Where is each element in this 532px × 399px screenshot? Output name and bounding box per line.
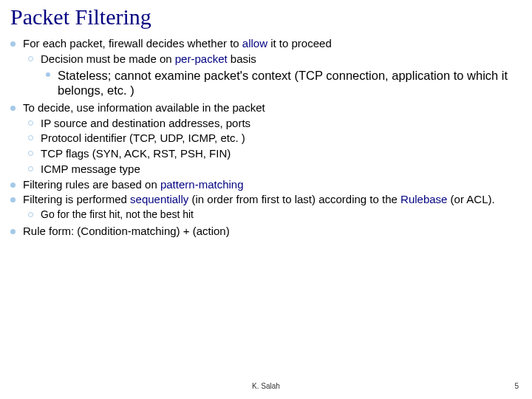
bullet-text: Go for the first hit, not the best hit (41, 208, 194, 222)
text: (or ACL). (447, 193, 494, 205)
bullet-text: To decide, use information available in … (23, 101, 265, 115)
bullet-text: IP source and destination addresses, por… (41, 117, 250, 131)
bullet-l1: Rule form: (Condition-matching) + (actio… (10, 225, 522, 239)
bullet-text: Filtering rules are based on pattern-mat… (23, 178, 244, 192)
bullet-l2: Go for the first hit, not the best hit (28, 208, 522, 222)
bullet-l2: Decision must be made on per-packet basi… (28, 52, 522, 66)
bullet-l2: TCP flags (SYN, ACK, RST, PSH, FIN) (28, 147, 522, 161)
bullet-l2: IP source and destination addresses, por… (28, 117, 522, 131)
slide: Packet Filtering For each packet, firewa… (0, 0, 532, 238)
bullet-icon (10, 183, 16, 188)
circle-icon (28, 56, 33, 61)
text: Filtering rules are based on (23, 178, 160, 191)
bullet-text: For each packet, firewall decides whethe… (23, 37, 332, 51)
bullet-text: Stateless; cannot examine packet's conte… (58, 68, 522, 98)
text: basis (228, 52, 256, 65)
bullet-icon (10, 106, 16, 111)
bullet-l2: ICMP message type (28, 163, 522, 177)
bullet-text: Decision must be made on per-packet basi… (41, 52, 256, 66)
bullet-text: Filtering is performed sequentially (in … (23, 193, 495, 207)
page-number: 5 (514, 382, 519, 390)
bullet-icon (46, 72, 50, 77)
circle-icon (28, 151, 33, 156)
bullet-text: ICMP message type (41, 163, 140, 177)
bullet-icon (10, 197, 16, 202)
text: Decision must be made on (41, 52, 175, 65)
page-title: Packet Filtering (10, 4, 522, 30)
bullet-l1: For each packet, firewall decides whethe… (10, 37, 522, 51)
bullet-text: TCP flags (SYN, ACK, RST, PSH, FIN) (41, 147, 231, 161)
circle-icon (28, 120, 33, 126)
text: it to proceed (267, 37, 332, 50)
bullet-l1: Filtering rules are based on pattern-mat… (10, 178, 522, 192)
text-accent: Rulebase (400, 193, 447, 205)
bullet-l1: Filtering is performed sequentially (in … (10, 193, 522, 207)
bullet-l1: To decide, use information available in … (10, 101, 522, 115)
text: For each packet, firewall decides whethe… (23, 37, 242, 50)
bullet-icon (10, 229, 16, 234)
circle-icon (28, 135, 33, 140)
text-accent: per-packet (175, 52, 228, 65)
text: Filtering is performed (23, 193, 130, 205)
text: (in order from first to last) according … (188, 193, 400, 205)
text-accent: pattern-matching (160, 178, 244, 191)
text-accent: sequentially (130, 193, 188, 205)
bullet-icon (10, 41, 16, 47)
circle-icon (28, 166, 33, 171)
bullet-text: Rule form: (Condition-matching) + (actio… (23, 225, 230, 239)
text-accent: allow (242, 37, 267, 50)
bullet-l3: Stateless; cannot examine packet's conte… (46, 68, 522, 98)
bullet-text: Protocol identifier (TCP, UDP, ICMP, etc… (41, 132, 245, 146)
bullet-l2: Protocol identifier (TCP, UDP, ICMP, etc… (28, 132, 522, 146)
footer-author: K. Salah (0, 382, 532, 390)
circle-icon (28, 212, 33, 217)
